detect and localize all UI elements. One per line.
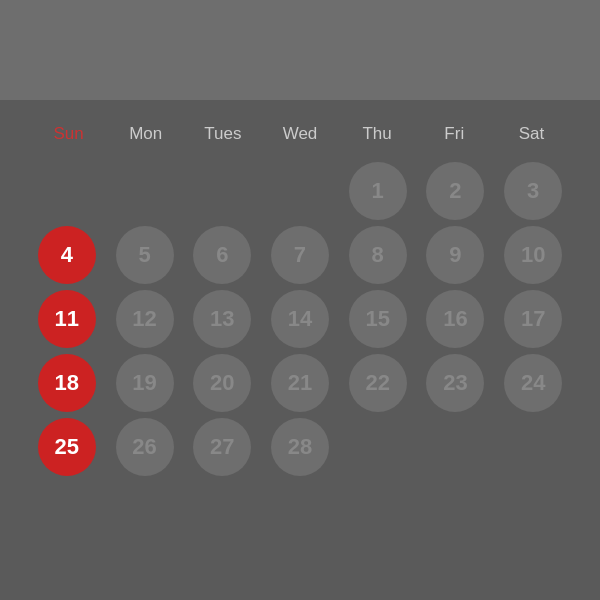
day-number[interactable]: 26 (116, 418, 174, 476)
day-cell: 15 (341, 290, 415, 348)
day-cell: 3 (496, 162, 570, 220)
calendar-header (0, 0, 600, 100)
day-header-fri: Fri (416, 120, 493, 148)
day-header-sat: Sat (493, 120, 570, 148)
day-number[interactable]: 28 (271, 418, 329, 476)
day-cell: 5 (108, 226, 182, 284)
day-cell: 23 (419, 354, 493, 412)
day-number[interactable]: 7 (271, 226, 329, 284)
day-cell: 6 (185, 226, 259, 284)
day-number[interactable]: 8 (349, 226, 407, 284)
day-cell (263, 162, 337, 220)
day-cell: 16 (419, 290, 493, 348)
day-number[interactable]: 23 (426, 354, 484, 412)
day-cell (496, 418, 570, 476)
calendar-body: SunMonTuesWedThuFriSat 12345678910111213… (0, 100, 600, 600)
day-cell: 27 (185, 418, 259, 476)
day-cell: 20 (185, 354, 259, 412)
day-cell: 10 (496, 226, 570, 284)
empty-day (116, 162, 174, 220)
day-cell: 14 (263, 290, 337, 348)
day-number[interactable]: 4 (38, 226, 96, 284)
day-number[interactable]: 17 (504, 290, 562, 348)
empty-day (193, 162, 251, 220)
day-cell (185, 162, 259, 220)
day-cell: 28 (263, 418, 337, 476)
day-number[interactable]: 15 (349, 290, 407, 348)
day-header-wed: Wed (261, 120, 338, 148)
day-number[interactable]: 14 (271, 290, 329, 348)
day-cell: 13 (185, 290, 259, 348)
day-cell: 22 (341, 354, 415, 412)
week-row-4: 18192021222324 (30, 354, 570, 412)
day-number[interactable]: 16 (426, 290, 484, 348)
day-cell: 25 (30, 418, 104, 476)
day-cell: 12 (108, 290, 182, 348)
day-number[interactable]: 21 (271, 354, 329, 412)
day-number[interactable]: 9 (426, 226, 484, 284)
day-cell: 26 (108, 418, 182, 476)
day-number[interactable]: 3 (504, 162, 562, 220)
day-cell: 9 (419, 226, 493, 284)
day-cell: 11 (30, 290, 104, 348)
day-cell: 18 (30, 354, 104, 412)
day-cell: 19 (108, 354, 182, 412)
day-number[interactable]: 11 (38, 290, 96, 348)
day-number[interactable]: 1 (349, 162, 407, 220)
week-row-3: 11121314151617 (30, 290, 570, 348)
day-header-sun: Sun (30, 120, 107, 148)
day-headers-row: SunMonTuesWedThuFriSat (30, 120, 570, 148)
day-number[interactable]: 13 (193, 290, 251, 348)
day-cell: 7 (263, 226, 337, 284)
week-row-1: 123 (30, 162, 570, 220)
day-header-thu: Thu (339, 120, 416, 148)
day-number[interactable]: 24 (504, 354, 562, 412)
day-number[interactable]: 19 (116, 354, 174, 412)
day-header-tues: Tues (184, 120, 261, 148)
empty-day (504, 418, 562, 476)
day-header-mon: Mon (107, 120, 184, 148)
day-cell: 17 (496, 290, 570, 348)
empty-day (349, 418, 407, 476)
day-number[interactable]: 20 (193, 354, 251, 412)
empty-day (426, 418, 484, 476)
day-number[interactable]: 5 (116, 226, 174, 284)
day-cell: 8 (341, 226, 415, 284)
week-row-2: 45678910 (30, 226, 570, 284)
day-number[interactable]: 27 (193, 418, 251, 476)
day-cell: 2 (419, 162, 493, 220)
day-number[interactable]: 2 (426, 162, 484, 220)
week-row-5: 25262728 (30, 418, 570, 476)
empty-day (38, 162, 96, 220)
day-number[interactable]: 6 (193, 226, 251, 284)
day-number[interactable]: 18 (38, 354, 96, 412)
day-number[interactable]: 12 (116, 290, 174, 348)
day-cell (419, 418, 493, 476)
day-cell: 21 (263, 354, 337, 412)
empty-day (271, 162, 329, 220)
calendar: SunMonTuesWedThuFriSat 12345678910111213… (0, 0, 600, 600)
day-cell (30, 162, 104, 220)
day-cell: 4 (30, 226, 104, 284)
day-cell (108, 162, 182, 220)
day-number[interactable]: 22 (349, 354, 407, 412)
day-cell: 24 (496, 354, 570, 412)
day-number[interactable]: 10 (504, 226, 562, 284)
day-number[interactable]: 25 (38, 418, 96, 476)
day-cell: 1 (341, 162, 415, 220)
days-grid: 1234567891011121314151617181920212223242… (30, 162, 570, 585)
day-cell (341, 418, 415, 476)
